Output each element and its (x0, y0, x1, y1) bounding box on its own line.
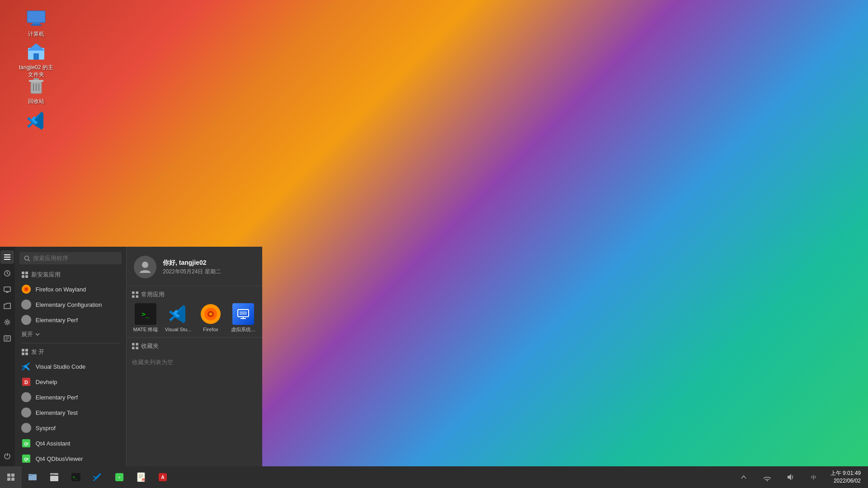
red-app-icon: A (158, 472, 168, 482)
menu-sidebar (0, 247, 15, 466)
taskbar-icon-terminal[interactable]: >_ (65, 466, 87, 488)
taskbar-icon-files[interactable] (22, 466, 43, 488)
sidebar-btn-screen[interactable] (0, 283, 14, 296)
desktop-icon-home[interactable]: tangjie02 的主文件夹 (18, 41, 54, 78)
svg-rect-54 (136, 296, 139, 298)
firefox-icon (21, 284, 31, 294)
virt-manager-icon-lg (232, 303, 254, 325)
svg-rect-1 (33, 23, 40, 24)
app-elem-perf2[interactable]: Elementary Perf (15, 389, 126, 405)
appstore-icon: + (114, 472, 124, 482)
search-bar[interactable] (19, 252, 122, 264)
app-elem-perf-new[interactable]: Elementary Perf (15, 312, 126, 328)
svg-line-29 (28, 259, 30, 261)
app-qt4dbus[interactable]: Qt Qt4 QDbusViewer (15, 451, 126, 466)
user-greeting: 你好, tangjie02 (163, 259, 221, 267)
systray-chevron[interactable] (733, 466, 755, 488)
svg-rect-16 (4, 254, 10, 255)
app-elem-test[interactable]: Elementary Test (15, 405, 126, 420)
svg-rect-31 (25, 272, 28, 274)
taskbar-app-menu-button[interactable] (0, 466, 22, 488)
svg-rect-64 (240, 311, 247, 315)
taskbar-icon-appstore[interactable]: + (108, 466, 130, 488)
desktop-icon-computer[interactable]: 计算机 (18, 7, 54, 38)
taskbar-icon-red[interactable]: A (152, 466, 174, 488)
svg-rect-53 (132, 296, 135, 298)
app-vscode[interactable]: Visual Studio Code (15, 359, 126, 374)
common-apps-section: 常用应用 >_ MATE 终端 (127, 286, 262, 338)
common-app-terminal[interactable]: >_ MATE 终端 (132, 303, 159, 333)
svg-rect-18 (4, 259, 10, 260)
search-icon (24, 255, 30, 262)
taskbar-icon-vscode[interactable] (87, 466, 108, 488)
files-manager-icon (28, 472, 38, 482)
search-input[interactable] (33, 255, 117, 262)
favorites-title: 收藏夹 (132, 342, 257, 350)
vscode-icon (21, 361, 31, 371)
vscode-taskbar-icon (93, 472, 103, 482)
svg-point-62 (209, 313, 212, 315)
svg-rect-33 (25, 275, 28, 278)
elem-config-icon (21, 300, 31, 310)
input-method-icon: 中 (810, 473, 818, 481)
taskbar-icon-browser[interactable] (43, 466, 65, 488)
sidebar-btn-list[interactable] (0, 250, 14, 264)
svg-rect-69 (136, 343, 139, 346)
user-date: 2022年05月24日 星期二 (163, 268, 221, 276)
taskbar-icon-text[interactable]: N (130, 466, 152, 488)
svg-text:Qt: Qt (24, 457, 28, 461)
sidebar-btn-power[interactable] (0, 449, 14, 463)
desktop: 计算机 tangjie02 的主文件夹 回收站 (0, 0, 868, 488)
grid-icon (21, 271, 28, 278)
network-icon (763, 473, 771, 481)
sidebar-btn-recent[interactable] (0, 267, 14, 280)
svg-rect-5 (33, 53, 39, 60)
firefox-icon-lg (200, 303, 222, 325)
systray-input[interactable]: 中 (803, 466, 825, 488)
systray: 中 (733, 466, 825, 488)
sysprof-icon (21, 423, 31, 433)
separator (21, 343, 120, 343)
svg-point-23 (6, 321, 9, 324)
systray-volume[interactable] (780, 466, 802, 488)
svg-rect-20 (4, 287, 10, 291)
svg-rect-17 (4, 257, 10, 258)
common-app-vscode[interactable]: Visual Stu... (165, 303, 192, 333)
svg-rect-2 (31, 24, 42, 26)
desktop-icon-vscode[interactable] (18, 110, 54, 133)
svg-rect-72 (7, 474, 10, 477)
svg-point-28 (24, 256, 28, 260)
dev-section-header: 发 开 (15, 345, 126, 359)
svg-marker-95 (788, 474, 791, 480)
taskbar-clock: 上午 9:01:49 2022/06/02 (827, 469, 864, 485)
expand-button[interactable]: 展开 (15, 328, 126, 341)
common-apps-title: 常用应用 (132, 291, 257, 299)
svg-rect-30 (22, 272, 24, 274)
browser-icon (49, 472, 59, 482)
elem-test-icon (21, 408, 31, 418)
app-elem-config[interactable]: Elementary Configuration (15, 297, 126, 312)
svg-text:Qt: Qt (24, 441, 28, 446)
svg-rect-71 (136, 347, 139, 350)
svg-marker-83 (93, 476, 97, 481)
svg-rect-7 (29, 80, 43, 82)
taskbar-icons: >_ + (22, 466, 174, 488)
app-qt4assistant[interactable]: Qt Qt4 Assistant (15, 436, 126, 451)
svg-rect-70 (132, 347, 135, 350)
app-firefox-wayland[interactable]: Firefox on Wayland (15, 282, 126, 297)
sidebar-btn-settings[interactable] (0, 315, 14, 329)
svg-rect-8 (33, 78, 39, 80)
common-app-firefox[interactable]: Firefox (197, 303, 224, 333)
app-sysprof[interactable]: Sysprof (15, 420, 126, 436)
menu-left: 新安装应用 Firefox on Wayland Elementary Conf… (15, 247, 126, 466)
systray-network[interactable] (756, 466, 778, 488)
common-app-virt-manager[interactable]: 虚拟系统... (230, 303, 257, 333)
app-devhelp[interactable]: D Devhelp (15, 374, 126, 389)
sidebar-btn-folder[interactable] (0, 299, 14, 313)
sidebar-btn-history[interactable] (0, 332, 14, 345)
common-apps-grid: >_ MATE 终端 Visual (132, 303, 257, 333)
qt4assistant-icon: Qt (21, 438, 31, 448)
desktop-icon-trash[interactable]: 回收站 (18, 75, 54, 105)
svg-rect-51 (132, 291, 135, 294)
svg-text:D: D (24, 380, 28, 385)
